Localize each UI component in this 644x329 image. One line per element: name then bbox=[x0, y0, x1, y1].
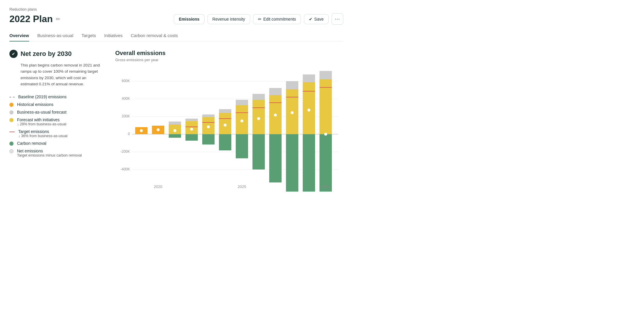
save-button[interactable]: ✔ Save bbox=[304, 14, 329, 24]
more-options-button[interactable]: ··· bbox=[332, 13, 343, 25]
svg-text:200K: 200K bbox=[122, 114, 130, 118]
svg-point-30 bbox=[207, 125, 210, 128]
svg-rect-53 bbox=[286, 134, 298, 192]
svg-text:400K: 400K bbox=[122, 97, 130, 101]
bar-2022 bbox=[185, 119, 198, 141]
bar-2020 bbox=[152, 126, 164, 134]
legend-list: Baseline (2019) emissions Historical emi… bbox=[9, 94, 103, 157]
bar-2028 bbox=[286, 81, 298, 192]
svg-point-65 bbox=[324, 133, 327, 136]
svg-point-45 bbox=[257, 117, 260, 120]
header-actions: Emissions Revenue intensity ✏ Edit commi… bbox=[174, 13, 343, 25]
legend-historical-label: Historical emissions bbox=[17, 102, 53, 107]
emissions-button[interactable]: Emissions bbox=[174, 14, 204, 24]
tab-overview[interactable]: Overview bbox=[9, 31, 29, 41]
baseline-dash-icon bbox=[9, 97, 15, 97]
legend-removal: Carbon removal bbox=[9, 141, 103, 146]
svg-text:2025: 2025 bbox=[238, 185, 246, 189]
svg-rect-57 bbox=[303, 82, 315, 134]
svg-rect-63 bbox=[320, 134, 332, 192]
edit-commitments-button[interactable]: ✏ Edit commitments bbox=[253, 14, 301, 24]
content-area: ✔ Net zero by 2030 This plan begins carb… bbox=[9, 50, 343, 192]
legend-net: Net emissions Target emissions minus car… bbox=[9, 149, 103, 157]
net-zero-description: This plan begins carbon removal in 2021 … bbox=[9, 62, 103, 87]
legend-forecast-label: Forecast with initiatives bbox=[17, 117, 66, 122]
page-title: 2022 Plan bbox=[9, 14, 53, 24]
legend-target: Target emissions ↓ 36% from business-as-… bbox=[9, 129, 103, 138]
net-dot-icon bbox=[9, 149, 14, 153]
svg-text:-200K: -200K bbox=[121, 149, 130, 154]
revenue-intensity-button[interactable]: Revenue intensity bbox=[208, 14, 250, 24]
svg-rect-19 bbox=[169, 134, 181, 138]
svg-rect-23 bbox=[185, 134, 198, 141]
svg-rect-38 bbox=[236, 134, 248, 158]
pencil-icon: ✏ bbox=[258, 17, 262, 21]
legend-target-sub: ↓ 36% from business-as-usual bbox=[18, 134, 67, 138]
legend-bau: Business-as-usual forecast bbox=[9, 110, 103, 114]
svg-rect-58 bbox=[303, 134, 315, 192]
svg-text:0: 0 bbox=[128, 132, 130, 136]
tab-business-as-usual[interactable]: Business-as-usual bbox=[37, 31, 73, 41]
bar-2027 bbox=[269, 88, 282, 182]
svg-point-40 bbox=[240, 119, 243, 122]
svg-point-20 bbox=[173, 129, 176, 132]
legend-net-sub: Target emissions minus carbon removal bbox=[17, 153, 82, 157]
bar-2024 bbox=[219, 109, 231, 150]
svg-point-50 bbox=[274, 114, 277, 117]
svg-point-35 bbox=[224, 124, 227, 127]
checkmark-icon: ✔ bbox=[309, 17, 312, 21]
svg-rect-28 bbox=[202, 134, 215, 144]
chart-subtitle: Gross emissions per year bbox=[115, 58, 343, 62]
chart-area: Overall emissions Gross emissions per ye… bbox=[115, 50, 343, 192]
bar-2019 bbox=[135, 127, 148, 134]
tab-initiatives[interactable]: Initiatives bbox=[104, 31, 123, 41]
legend-forecast: Forecast with initiatives ↓ 28% from bus… bbox=[9, 117, 103, 126]
svg-rect-42 bbox=[252, 100, 265, 134]
bar-2026 bbox=[252, 94, 265, 170]
bau-dot-icon bbox=[9, 110, 14, 114]
legend-net-label: Net emissions bbox=[17, 149, 82, 153]
svg-point-60 bbox=[307, 109, 310, 112]
legend-baseline: Baseline (2019) emissions bbox=[9, 94, 103, 99]
net-zero-icon: ✔ bbox=[9, 50, 18, 58]
legend-bau-label: Business-as-usual forecast bbox=[17, 110, 66, 114]
svg-point-14 bbox=[140, 129, 143, 132]
tab-carbon-removal[interactable]: Carbon removal & costs bbox=[131, 31, 178, 41]
target-line-icon bbox=[9, 132, 15, 132]
breadcrumb: Reduction plans bbox=[9, 7, 343, 11]
svg-rect-48 bbox=[269, 134, 282, 182]
title-group: 2022 Plan ✏ bbox=[9, 14, 60, 24]
svg-rect-43 bbox=[252, 134, 265, 170]
legend-baseline-label: Baseline (2019) emissions bbox=[18, 94, 66, 99]
bar-2030 bbox=[320, 71, 332, 192]
svg-text:-400K: -400K bbox=[121, 167, 130, 171]
svg-text:2020: 2020 bbox=[154, 185, 163, 189]
tab-targets[interactable]: Targets bbox=[81, 31, 96, 41]
removal-dot-icon bbox=[9, 142, 14, 146]
chart-title: Overall emissions bbox=[115, 50, 343, 57]
legend-removal-label: Carbon removal bbox=[17, 141, 46, 146]
svg-text:600K: 600K bbox=[122, 79, 130, 83]
legend-forecast-sub: ↓ 28% from business-as-usual bbox=[17, 122, 66, 126]
edit-title-icon[interactable]: ✏ bbox=[56, 16, 60, 22]
nav-tabs: Overview Business-as-usual Targets Initi… bbox=[9, 31, 343, 41]
bar-2021 bbox=[169, 122, 181, 138]
bar-2029 bbox=[303, 74, 315, 192]
svg-point-25 bbox=[190, 128, 193, 131]
header-row: 2022 Plan ✏ Emissions Revenue intensity … bbox=[9, 13, 343, 25]
svg-point-55 bbox=[291, 111, 294, 114]
net-zero-title: Net zero by 2030 bbox=[21, 50, 72, 58]
svg-text:2030: 2030 bbox=[322, 185, 330, 189]
left-panel: ✔ Net zero by 2030 This plan begins carb… bbox=[9, 50, 103, 192]
bar-2025 bbox=[236, 100, 248, 158]
bar-2023 bbox=[202, 114, 215, 144]
historical-dot-icon bbox=[9, 103, 14, 107]
chart-wrapper: 600K 400K 200K 0 -200K -400K bbox=[115, 68, 343, 192]
svg-rect-33 bbox=[219, 134, 231, 150]
legend-target-label: Target emissions bbox=[18, 129, 67, 134]
chart-svg: 600K 400K 200K 0 -200K -400K bbox=[115, 68, 343, 192]
svg-point-16 bbox=[157, 128, 160, 131]
legend-historical: Historical emissions bbox=[9, 102, 103, 107]
net-zero-header: ✔ Net zero by 2030 bbox=[9, 50, 103, 58]
forecast-dot-icon bbox=[9, 118, 14, 122]
